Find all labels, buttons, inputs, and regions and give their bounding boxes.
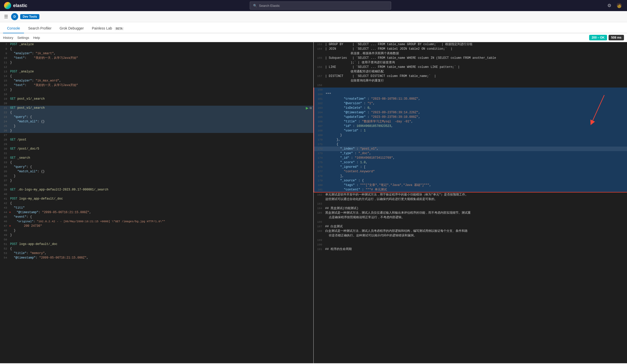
editor-line-28: 28 GET /post bbox=[0, 137, 313, 142]
output-line-185a: 185 黑盒测试是一种测试方法，测试人员仅仅通过输入和输出来评估程序的功能，而不… bbox=[314, 211, 627, 215]
help-button[interactable]: Help bbox=[33, 35, 40, 40]
run-button-21[interactable]: ▶ bbox=[306, 106, 309, 110]
editor-line-42: 42 { bbox=[0, 201, 313, 206]
output-line-183: 183 bbox=[314, 202, 627, 206]
output-line-190: 190 bbox=[314, 242, 627, 247]
editor-line-27: 27 bbox=[0, 133, 313, 137]
editor-line-7: 7 POST _analyze bbox=[0, 42, 313, 47]
main-content: 7 POST _analyze 8 { 9 "analyzer": "ik_sm… bbox=[0, 42, 627, 363]
editor-line-54: 54 "@timestamp": "2099-05-06T16:21:15.00… bbox=[0, 256, 313, 260]
error-indicator-47: ✕ bbox=[9, 224, 12, 228]
elastic-logo[interactable]: elastic bbox=[4, 2, 34, 9]
editor-line-32: 32 GET _search bbox=[0, 156, 313, 160]
editor-line-37: 37 } bbox=[0, 178, 313, 183]
output-line-155b: );` | 使用子查询进行嵌套查询 bbox=[314, 60, 627, 65]
editor-line-25: 25 } bbox=[0, 124, 313, 128]
editor-line-36: 36 } bbox=[0, 174, 313, 178]
settings-button[interactable]: Settings bbox=[17, 35, 29, 40]
editor-line-8: 8 { bbox=[0, 47, 313, 51]
second-toolbar: ☰ D Dev Tools bbox=[0, 11, 627, 22]
editor-panel[interactable]: 7 POST _analyze 8 { 9 "analyzer": "ik_sm… bbox=[0, 42, 314, 363]
editor-line-9: 9 "analyzer": "ik_smart", bbox=[0, 51, 313, 56]
editor-line-20: 20 bbox=[0, 101, 313, 106]
editor-line-26: 26 } bbox=[0, 128, 313, 133]
output-line-163: 163 "isDelete" : 0, bbox=[314, 106, 627, 110]
output-line-182a: 182 单元测试是软件开发中的一种测试方法，用于验证程序中的最小功能模块（称为"… bbox=[314, 192, 627, 197]
output-line-173: 173 "_type" : "_doc", bbox=[314, 151, 627, 156]
output-line-156a: 156 | LIKE | `SELECT ... FROM table_name… bbox=[314, 65, 627, 69]
output-line-169: 169 } bbox=[314, 133, 627, 137]
output-line-168: 168 "userid" : 1 bbox=[314, 128, 627, 133]
editor-line-50: 50 bbox=[0, 237, 313, 242]
output-line-157b: 去除查询结果中的重复行 bbox=[314, 78, 627, 83]
output-panel[interactable]: 153 | GROUP BY | `SELECT ... FROM table_… bbox=[314, 42, 627, 363]
output-line-167: 167 "id" : 1696496818578923523, bbox=[314, 124, 627, 128]
tab-painless-lab[interactable]: Painless Lab BETA bbox=[88, 24, 128, 33]
user-avatar[interactable]: D bbox=[11, 13, 18, 20]
editor-line-17: 17 } bbox=[0, 88, 313, 92]
editor-line-16: 16 "text": "美好的一天，从学习Java开始" bbox=[0, 83, 313, 88]
output-line-154a: 154 | JOIN | `SELECT ... FROM table1 JOI… bbox=[314, 47, 627, 51]
output-line-180: 180 "tags" : """["文章","笔记","Java","Java … bbox=[314, 183, 627, 187]
editor-line-23: 23 "query": { bbox=[0, 115, 313, 119]
output-line-154b: 表连接，根据条件关联两个表格数据 bbox=[314, 51, 627, 56]
output-line-159: 159 bbox=[314, 88, 627, 92]
output-line-188a: 188 白盒测试是一种测试方法，测试人员考虑程序的内部逻辑和结构，编写测试用例以… bbox=[314, 229, 627, 233]
search-placeholder: Search Elastic bbox=[259, 4, 280, 8]
editor-line-39: 39 GET .ds-logs-my_app-default2-2023.09.… bbox=[0, 187, 313, 192]
editor-line-49: 49 } bbox=[0, 233, 313, 237]
hamburger-menu-button[interactable]: ☰ bbox=[3, 13, 9, 20]
editor-line-52: 52 { bbox=[0, 246, 313, 251]
output-line-187: 187 ## 白盒测试 bbox=[314, 224, 627, 229]
editor-line-53: 53 "title": "memory", bbox=[0, 251, 313, 256]
tab-search-profiler[interactable]: Search Profiler bbox=[24, 24, 56, 33]
tab-grok-debugger[interactable]: Grok Debugger bbox=[56, 24, 88, 33]
elastic-logo-text: elastic bbox=[13, 3, 27, 8]
settings-nav-button[interactable]: ⚙ bbox=[606, 2, 612, 9]
output-line-175: 175 "_score" : 1.0, bbox=[314, 160, 627, 165]
beta-badge: BETA bbox=[115, 27, 124, 30]
output-line-164: 164 "@timestamp" : "2023-09-23T06:39:14.… bbox=[314, 110, 627, 115]
editor-line-30: 30 GET /post/_doc/5 bbox=[0, 147, 313, 151]
tab-console[interactable]: Console bbox=[3, 24, 24, 33]
history-button[interactable]: History bbox=[3, 35, 13, 40]
search-icon: 🔍 bbox=[253, 4, 257, 8]
output-line-156b: 使用通配符进行模糊匹配 bbox=[314, 69, 627, 74]
nav-icons: ⚙ 🧑 bbox=[606, 2, 623, 9]
dev-tools-badge[interactable]: Dev Tools bbox=[20, 14, 39, 19]
editor-line-45: 45 "event": { bbox=[0, 215, 313, 219]
output-line-188b: 径是否都正确执行。这种测试可以揭示代码中的逻辑错误和漏洞。 bbox=[314, 233, 627, 238]
global-search-bar[interactable]: 🔍 Search Elastic bbox=[250, 2, 391, 10]
editor-line-41: 41 POST logs-my_app-default/_doc bbox=[0, 197, 313, 201]
editor-line-48: 48 } bbox=[0, 228, 313, 233]
output-line-185b: 点是确保程序按照规格说明正常运行，不考虑内部逻辑。 bbox=[314, 215, 627, 220]
editor-line-46: 46 "original": "192.0.2.42 - - [06/May/2… bbox=[0, 219, 313, 224]
editor-line-47: 47 ✕ 200 24736" bbox=[0, 224, 313, 228]
output-line-160: 160 """ bbox=[314, 92, 627, 97]
output-line-158: 158 bbox=[314, 83, 627, 88]
editor-line-12: 12 bbox=[0, 65, 313, 69]
user-nav-button[interactable]: 🧑 bbox=[615, 2, 623, 9]
editor-line-31: 31 bbox=[0, 151, 313, 156]
output-line-181: 181 "content" : """# 单元测试 bbox=[314, 187, 627, 192]
editor-line-11: 11 } bbox=[0, 60, 313, 65]
editor-line-34: 34 "query": { bbox=[0, 165, 313, 169]
output-line-166: 166 "title" : "数据库学习之Mysql -day -01", bbox=[314, 119, 627, 124]
copy-button-21[interactable]: ⧉ bbox=[310, 106, 312, 110]
status-badge: 200 – OK bbox=[589, 35, 607, 40]
editor-line-22: 22 { bbox=[0, 110, 313, 115]
output-line-178: 178 ], bbox=[314, 174, 627, 178]
output-line-184: 184 ## 黑盒测试(功能测试) bbox=[314, 206, 627, 211]
output-line-165: 165 "updateTime" : "2023-09-23T06:39:10.… bbox=[314, 115, 627, 119]
editor-line-40: 40 bbox=[0, 192, 313, 197]
output-line-176: 176 "_ignored" : [ bbox=[314, 165, 627, 169]
editor-line-44: 44 ✕ "@timestamp": "2099-05-06T16:21:15.… bbox=[0, 210, 313, 215]
action-bar-left: History Settings Help bbox=[3, 35, 40, 40]
search-bar-container: 🔍 Search Elastic bbox=[37, 2, 603, 10]
output-line-179: 179 "_source" : { bbox=[314, 178, 627, 183]
editor-line-14: 14 { bbox=[0, 74, 313, 78]
output-line-191: 191 ## 程序的生命周期 bbox=[314, 247, 627, 251]
line-actions-21: ▶ ⧉ bbox=[306, 106, 313, 110]
editor-line-35: 35 "match_all": {} bbox=[0, 169, 313, 174]
status-area: 200 – OK 508 ms bbox=[589, 35, 624, 40]
